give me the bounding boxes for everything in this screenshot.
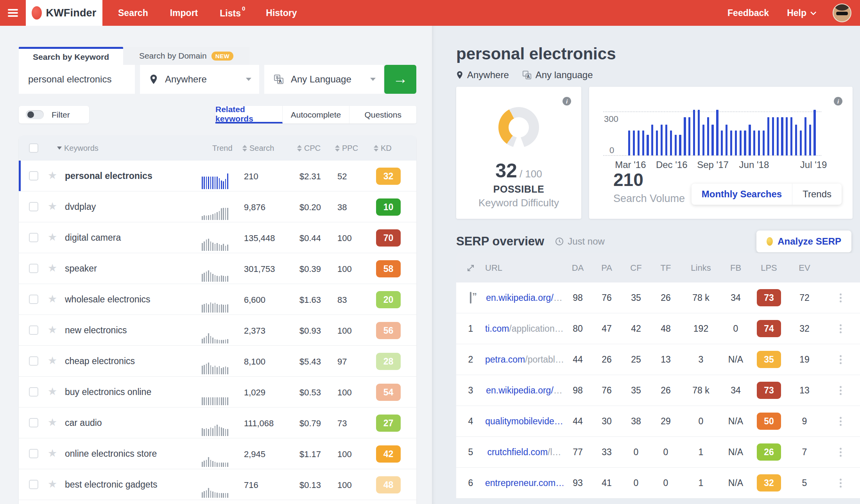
keyword-label[interactable]: new electronics (65, 325, 127, 336)
column-kd[interactable]: KD (374, 136, 392, 161)
search-submit-button[interactable] (384, 65, 416, 94)
kd-badge[interactable]: 42 (376, 445, 401, 463)
keyword-row[interactable]: ★online electronics store2,945$1.1710042 (19, 438, 416, 469)
kd-badge[interactable]: 70 (376, 229, 401, 247)
row-checkbox[interactable] (29, 480, 38, 489)
row-menu-button[interactable] (821, 322, 860, 336)
nav-item-search[interactable]: Search (118, 8, 148, 18)
filter-toggle[interactable] (26, 110, 44, 119)
row-checkbox[interactable] (29, 264, 38, 273)
kd-badge[interactable]: 27 (376, 415, 401, 432)
keyword-row[interactable]: ★dvdplay9,876$0.203810 (19, 191, 416, 222)
keyword-label[interactable]: dvdplay (65, 202, 96, 212)
brand-logo[interactable]: KWFinder (26, 0, 102, 26)
row-checkbox[interactable] (29, 295, 38, 304)
star-icon[interactable]: ★ (48, 478, 57, 490)
column-ev[interactable]: EV (788, 263, 821, 273)
keyword-row[interactable]: ★wholesale electronics6,600$1.638320 (19, 284, 416, 315)
kd-badge[interactable]: 10 (376, 198, 401, 216)
trends-button[interactable]: Trends (792, 184, 842, 205)
kd-badge[interactable]: 20 (376, 291, 401, 308)
result-tab-related-keywords[interactable]: Related keywords (215, 106, 283, 123)
row-menu-button[interactable] (821, 353, 860, 366)
row-checkbox[interactable] (29, 202, 38, 211)
result-link[interactable]: ti.com/application… (485, 323, 563, 334)
column-ppc[interactable]: PPC (335, 136, 358, 161)
keyword-row[interactable]: ★best electronic gadgets716$0.1310048 (19, 469, 416, 500)
kd-badge[interactable]: 58 (376, 260, 401, 277)
feedback-link[interactable]: Feedback (727, 8, 769, 18)
select-all-checkbox[interactable] (29, 143, 38, 153)
keyword-row[interactable]: ★digital camera135,448$0.4410070 (19, 222, 416, 253)
nav-item-import[interactable]: Import (170, 8, 198, 18)
star-icon[interactable]: ★ (48, 385, 57, 398)
result-link[interactable]: en.wikipedia.org/… (485, 293, 563, 303)
keyword-label[interactable]: online electronics store (65, 449, 157, 459)
result-link[interactable]: entrepreneur.com… (485, 478, 563, 488)
keyword-row[interactable]: ★cheap electronics8,100$5.439728 (19, 346, 416, 377)
nav-item-lists[interactable]: Lists0 (220, 7, 244, 19)
row-menu-button[interactable] (821, 384, 860, 397)
row-checkbox[interactable] (29, 418, 38, 427)
user-avatar[interactable] (833, 4, 851, 22)
column-da[interactable]: DA (563, 263, 592, 273)
result-link[interactable]: crutchfield.com/l… (485, 447, 563, 458)
column-cpc[interactable]: CPC (297, 136, 321, 161)
keyword-label[interactable]: personal electronics (65, 171, 152, 181)
result-link[interactable]: petra.com/portabl… (485, 354, 563, 365)
filter-toggle-pill[interactable]: Filter (19, 106, 89, 123)
column-search[interactable]: Search (242, 136, 274, 161)
star-icon[interactable]: ★ (48, 293, 57, 305)
star-icon[interactable]: ★ (48, 323, 57, 336)
row-checkbox[interactable] (29, 356, 38, 366)
row-checkbox[interactable] (29, 233, 38, 242)
info-icon[interactable]: i (563, 97, 571, 105)
info-icon[interactable]: i (834, 97, 842, 105)
row-menu-button[interactable] (821, 415, 860, 428)
kd-badge[interactable]: 28 (376, 353, 401, 370)
kd-badge[interactable]: 32 (376, 168, 401, 185)
keyword-row[interactable]: ★buy electronics online1,029$0.5310054 (19, 377, 416, 407)
column-keywords[interactable]: Keywords (57, 136, 99, 161)
star-icon[interactable]: ★ (48, 354, 57, 367)
keyword-row[interactable]: ★car audio111,068$0.797327 (19, 407, 416, 438)
location-select[interactable]: Anywhere (140, 65, 259, 94)
keyword-row[interactable]: ★speaker301,753$0.3910058 (19, 253, 416, 284)
column-fb[interactable]: FB (721, 263, 750, 273)
nav-item-history[interactable]: History (266, 8, 297, 18)
monthly-searches-button[interactable]: Monthly Searches (692, 184, 792, 205)
row-menu-button[interactable] (821, 476, 860, 490)
keyword-label[interactable]: digital camera (65, 232, 121, 243)
keyword-label[interactable]: speaker (65, 263, 97, 274)
star-icon[interactable]: ★ (48, 231, 57, 243)
result-tab-questions[interactable]: Questions (349, 106, 416, 123)
analyze-serp-button[interactable]: Analyze SERP (756, 231, 851, 252)
row-checkbox[interactable] (29, 171, 38, 181)
result-tab-autocomplete[interactable]: Autocomplete (283, 106, 350, 123)
result-link[interactable]: qualitymobilevide… (485, 416, 563, 427)
kd-badge[interactable]: 56 (376, 322, 401, 339)
keyword-label[interactable]: car audio (65, 418, 102, 428)
expand-column[interactable] (456, 264, 485, 272)
keyword-label[interactable]: wholesale electronics (65, 294, 150, 305)
column-lps[interactable]: LPS (750, 263, 788, 273)
row-menu-button[interactable] (821, 291, 860, 305)
column-pa[interactable]: PA (592, 263, 621, 273)
language-select[interactable]: A Any Language (264, 65, 383, 94)
column-tf[interactable]: TF (651, 263, 681, 273)
keyword-label[interactable]: buy electronics online (65, 387, 151, 397)
keyword-label[interactable]: best electronic gadgets (65, 479, 158, 490)
keyword-input[interactable] (19, 65, 135, 94)
star-icon[interactable]: ★ (48, 200, 57, 213)
keyword-row[interactable]: ★new electronics2,373$0.9310056 (19, 315, 416, 346)
keyword-label[interactable]: cheap electronics (65, 356, 135, 366)
row-checkbox[interactable] (29, 387, 38, 397)
tab-search-by-keyword[interactable]: Search by Keyword (19, 47, 123, 65)
row-checkbox[interactable] (29, 325, 38, 335)
row-checkbox[interactable] (29, 449, 38, 458)
tab-search-by-domain[interactable]: Search by Domain NEW (123, 47, 249, 65)
keyword-row[interactable]: ★personal electronics210$2.315232 (19, 161, 416, 191)
star-icon[interactable]: ★ (48, 169, 57, 182)
menu-button[interactable] (0, 0, 26, 26)
row-menu-button[interactable] (821, 445, 860, 459)
